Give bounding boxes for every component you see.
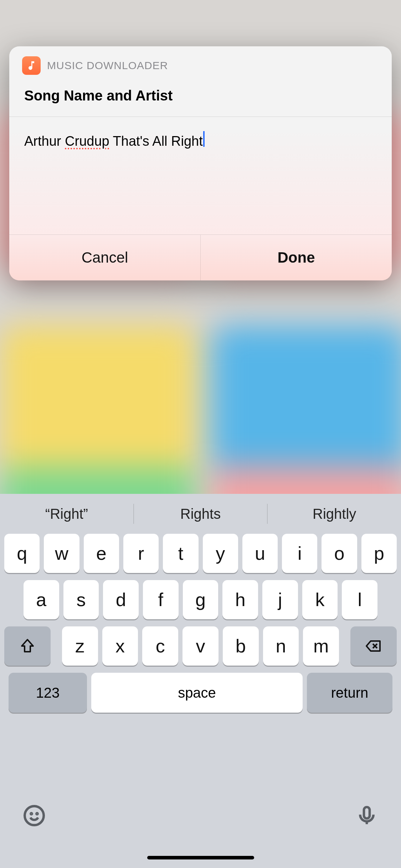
key-e[interactable]: e	[84, 534, 119, 573]
key-x[interactable]: x	[102, 626, 138, 666]
key-row-3: z x c v b n m	[4, 626, 397, 666]
suggestion-2[interactable]: Rightly	[268, 506, 401, 522]
home-indicator[interactable]	[147, 856, 254, 859]
key-r[interactable]: r	[123, 534, 159, 573]
key-j[interactable]: j	[262, 580, 298, 619]
key-c[interactable]: c	[142, 626, 178, 666]
key-n[interactable]: n	[263, 626, 299, 666]
backspace-key[interactable]	[350, 626, 397, 666]
svg-point-0	[25, 806, 43, 825]
key-o[interactable]: o	[322, 534, 357, 573]
text-cursor	[203, 131, 205, 147]
app-name: MUSIC DOWNLOADER	[47, 60, 168, 72]
svg-point-2	[36, 813, 37, 814]
cancel-button[interactable]: Cancel	[9, 235, 200, 280]
key-w[interactable]: w	[44, 534, 79, 573]
done-button[interactable]: Done	[200, 235, 392, 280]
key-v[interactable]: v	[182, 626, 219, 666]
key-u[interactable]: u	[242, 534, 278, 573]
key-h[interactable]: h	[222, 580, 258, 619]
modal-title: Song Name and Artist	[9, 81, 392, 117]
input-modal: MUSIC DOWNLOADER Song Name and Artist Ar…	[9, 46, 392, 280]
key-l[interactable]: l	[342, 580, 377, 619]
key-s[interactable]: s	[63, 580, 99, 619]
key-k[interactable]: k	[302, 580, 338, 619]
keyboard: “Right” Rights Rightly q w e r t y u i o…	[0, 494, 401, 868]
key-row-4: 123 space return	[4, 673, 397, 713]
text-input[interactable]: Arthur Crudup That's All Right	[9, 117, 392, 234]
return-key[interactable]: return	[307, 673, 392, 713]
key-f[interactable]: f	[143, 580, 179, 619]
input-text-post: That's All Right	[109, 134, 203, 149]
key-row-1: q w e r t y u i o p	[4, 534, 397, 573]
key-p[interactable]: p	[361, 534, 397, 573]
key-y[interactable]: y	[203, 534, 238, 573]
svg-rect-3	[364, 807, 370, 818]
key-b[interactable]: b	[223, 626, 259, 666]
numbers-key[interactable]: 123	[9, 673, 87, 713]
emoji-icon[interactable]	[23, 804, 46, 828]
suggestion-0[interactable]: “Right”	[0, 506, 133, 522]
key-z[interactable]: z	[62, 626, 98, 666]
space-key[interactable]: space	[91, 673, 303, 713]
shift-key[interactable]	[4, 626, 51, 666]
music-icon	[22, 56, 41, 75]
key-i[interactable]: i	[282, 534, 317, 573]
key-g[interactable]: g	[183, 580, 219, 619]
suggestion-1[interactable]: Rights	[134, 506, 267, 522]
key-d[interactable]: d	[103, 580, 139, 619]
input-text-pre: Arthur	[24, 134, 65, 149]
input-text-spellcheck: Crudup	[65, 134, 109, 149]
svg-point-1	[31, 813, 32, 814]
key-q[interactable]: q	[4, 534, 40, 573]
key-row-2: a s d f g h j k l	[4, 580, 397, 619]
key-a[interactable]: a	[24, 580, 59, 619]
mic-icon[interactable]	[355, 804, 378, 828]
key-t[interactable]: t	[163, 534, 198, 573]
key-m[interactable]: m	[303, 626, 339, 666]
suggestion-row: “Right” Rights Rightly	[0, 494, 401, 534]
